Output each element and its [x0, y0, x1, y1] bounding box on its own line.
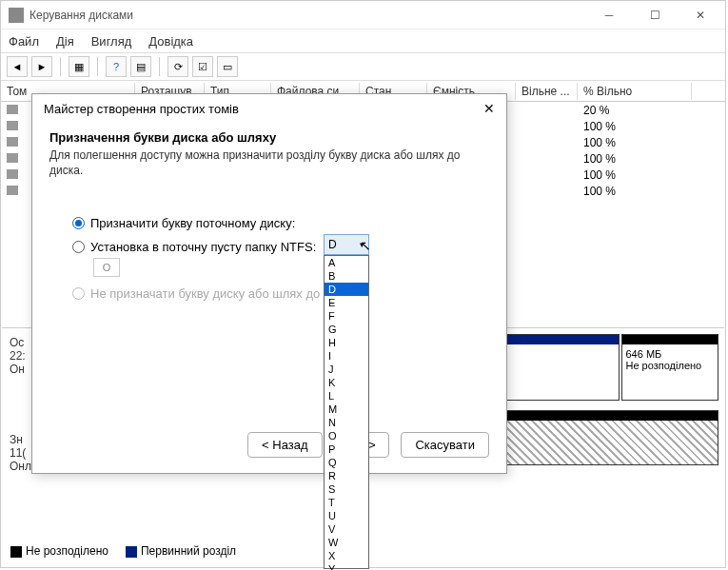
close-button[interactable]: ✕	[683, 4, 718, 27]
dropdown-item[interactable]: G	[325, 323, 368, 336]
radio-icon	[72, 241, 85, 253]
window-title: Керування дисками	[30, 9, 592, 22]
dropdown-item[interactable]: P	[325, 442, 368, 456]
dropdown-item[interactable]: M	[325, 403, 368, 416]
dropdown-item[interactable]: U	[325, 509, 368, 522]
menu-help[interactable]: Довідка	[148, 34, 193, 49]
dialog-title: Майстер створення простих томів	[44, 102, 239, 116]
dialog-heading: Призначення букви диска або шляху	[49, 130, 489, 145]
dropdown-item[interactable]: S	[325, 482, 368, 496]
radio-icon	[72, 217, 85, 229]
partition-unalloc[interactable]: 646 МБ Не розподілено	[621, 334, 719, 401]
legend-primary: Первинний розділ	[141, 544, 236, 558]
dropdown-item[interactable]: N	[325, 416, 368, 429]
col-free[interactable]: Вільне ...	[516, 83, 578, 100]
divider	[159, 57, 160, 76]
dropdown-item[interactable]: L	[325, 389, 368, 403]
menubar: Файл Дія Вигляд Довідка	[1, 29, 725, 52]
dropdown-item[interactable]: B	[325, 269, 368, 283]
mouse-cursor-icon: ↖	[360, 238, 371, 253]
forward-button[interactable]: ►	[31, 56, 52, 77]
menu-action[interactable]: Дія	[56, 34, 74, 49]
legend: Не розподілено Первинний розділ	[10, 544, 236, 558]
titlebar: Керування дисками ─ ☐ ✕	[1, 1, 725, 29]
dropdown-item[interactable]: K	[325, 376, 368, 389]
browse-button: О	[93, 258, 120, 277]
tool-props-icon[interactable]: ▭	[217, 56, 238, 77]
col-pctfree[interactable]: % Вільно	[578, 83, 692, 100]
radio-mount-label: Установка в поточну пусту папку NTFS:	[90, 240, 316, 254]
wizard-dialog: Майстер створення простих томів ✕ Призна…	[31, 93, 507, 474]
dropdown-item[interactable]: D	[325, 283, 368, 296]
dropdown-item[interactable]: H	[325, 336, 368, 349]
dialog-description: Для полегшення доступу можна призначити …	[49, 148, 489, 178]
dropdown-item[interactable]: X	[325, 549, 368, 562]
legend-primary-swatch	[126, 546, 137, 558]
part2-status: Не розподілено	[626, 360, 715, 371]
dropdown-item[interactable]: A	[325, 256, 368, 269]
refresh-icon[interactable]: ⟳	[167, 56, 188, 77]
cancel-button[interactable]: Скасувати	[401, 432, 489, 458]
dropdown-item[interactable]: Y	[325, 562, 368, 570]
maximize-button[interactable]: ☐	[638, 4, 672, 27]
legend-unalloc: Не розподілено	[26, 544, 108, 558]
radio-noassign-label: Не призначати букву диску або шлях до ди…	[90, 286, 356, 301]
dropdown-item[interactable]: T	[325, 496, 368, 509]
dialog-close-button[interactable]: ✕	[483, 101, 495, 116]
radio-no-assign: Не призначати букву диску або шлях до ди…	[72, 286, 489, 301]
dropdown-item[interactable]: V	[325, 522, 368, 536]
menu-view[interactable]: Вигляд	[91, 34, 132, 49]
back-button[interactable]: ◄	[7, 56, 28, 77]
dropdown-item[interactable]: F	[325, 309, 368, 323]
dropdown-item[interactable]: R	[325, 469, 368, 482]
dropdown-item[interactable]: W	[325, 536, 368, 549]
dropdown-item[interactable]: O	[325, 429, 368, 442]
tool-check-icon[interactable]: ☑	[192, 56, 213, 77]
divider	[60, 57, 61, 76]
legend-unalloc-swatch	[10, 546, 22, 558]
divider	[97, 57, 98, 76]
tool-grid-icon[interactable]: ▦	[69, 56, 89, 77]
dialog-titlebar: Майстер створення простих томів ✕	[32, 94, 506, 123]
back-button[interactable]: < Назад	[247, 432, 322, 458]
menu-file[interactable]: Файл	[9, 34, 39, 49]
dropdown-item[interactable]: Q	[325, 456, 368, 469]
combo-value: D	[328, 238, 337, 251]
radio-assign-letter[interactable]: Призначити букву поточному диску:	[72, 216, 489, 230]
part2-size: 646 МБ	[626, 348, 715, 360]
radio-assign-label: Призначити букву поточному диску:	[90, 216, 295, 230]
radio-icon	[72, 287, 85, 300]
toolbar: ◄ ► ▦ ? ▤ ⟳ ☑ ▭	[1, 52, 725, 81]
radio-mount-folder[interactable]: Установка в поточну пусту папку NTFS:	[72, 240, 489, 254]
dropdown-item[interactable]: I	[325, 349, 368, 363]
dropdown-item[interactable]: E	[325, 296, 368, 309]
dropdown-item[interactable]: J	[325, 363, 368, 376]
drive-letter-dropdown[interactable]: ABDEFGHIJKLMNOPQRSTUVWXYZ	[324, 255, 369, 569]
app-icon	[9, 8, 24, 23]
tool-list-icon[interactable]: ▤	[130, 56, 151, 77]
help-icon[interactable]: ?	[106, 56, 127, 77]
partition-header	[622, 335, 718, 344]
minimize-button[interactable]: ─	[592, 4, 626, 27]
